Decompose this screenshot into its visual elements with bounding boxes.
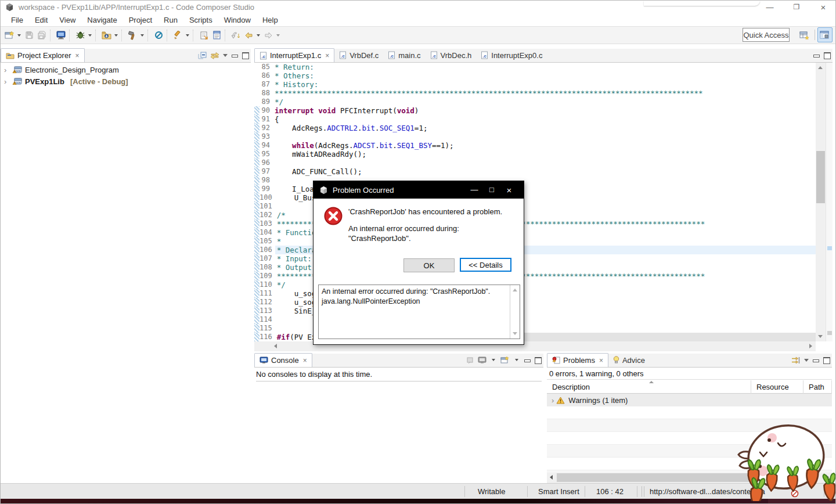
forward-dropdown-caret[interactable] [276, 34, 280, 37]
editor-tab-interruptexp0.c[interactable]: .cInterruptExp0.c [476, 48, 547, 62]
menu-scripts[interactable]: Scripts [183, 15, 218, 26]
clean-icon[interactable] [152, 28, 165, 42]
open-element-icon[interactable] [197, 28, 210, 42]
quick-access-button[interactable]: Quick Access [743, 28, 790, 42]
maximize-editor-icon[interactable] [823, 52, 830, 58]
code-line-92[interactable]: 92 AdcRegs.ADCTRL2.bit.SOC_SEQ1=1; [254, 124, 833, 132]
column-header-description[interactable]: Description [547, 380, 751, 394]
code-line-91[interactable]: 91{ [254, 115, 833, 124]
back-dropdown-caret[interactable] [257, 34, 260, 37]
close-icon[interactable]: × [75, 52, 79, 60]
code-line-90[interactable]: 90interrupt void PFCInterrupt(void) [254, 106, 833, 115]
code-line-96[interactable]: 96 [254, 159, 833, 167]
import-dropdown-caret[interactable] [114, 34, 118, 37]
dialog-details-text[interactable]: An internal error occurred during: "Cras… [318, 285, 520, 339]
minimize-editor-icon[interactable] [813, 52, 820, 58]
code-line-95[interactable]: 95 mWaitADReadRdy(); [254, 150, 833, 159]
close-icon[interactable]: × [303, 357, 307, 365]
minimize-view-icon[interactable] [812, 357, 819, 363]
open-console-caret[interactable] [515, 359, 518, 361]
code-line-93[interactable]: 93 [254, 132, 833, 141]
code-line-94[interactable]: 94 while(AdcRegs.ADCST.bit.SEQ1_BSY==1); [254, 141, 833, 150]
project-tree: ›ccsElectronic_Design_Program›ccsPVExp1L… [1, 64, 251, 87]
debug-dropdown-caret[interactable] [88, 34, 92, 37]
view-menu-icon[interactable] [223, 54, 228, 57]
menu-view[interactable]: View [53, 15, 81, 26]
ccs-edit-perspective-icon[interactable] [817, 27, 833, 42]
dialog-title-bar[interactable]: Problem Occurred — □ × [314, 181, 524, 199]
details-scrollbar[interactable] [510, 285, 520, 339]
display-console-icon[interactable] [478, 357, 487, 364]
view-menu-icon[interactable] [804, 359, 809, 362]
window-close-button[interactable]: × [810, 1, 836, 13]
expand-chevron-icon[interactable]: › [547, 396, 556, 405]
save-all-icon[interactable] [35, 28, 48, 42]
dialog-maximize-button[interactable]: □ [483, 185, 500, 195]
editor-tab-interruptexp1.c[interactable]: .cInterruptExp1.c× [254, 48, 334, 62]
close-icon[interactable]: × [325, 52, 329, 60]
pin-console-icon[interactable] [466, 357, 474, 364]
collapse-all-icon[interactable] [198, 52, 207, 59]
import-folder-icon[interactable] [100, 28, 113, 42]
column-header-resource[interactable]: Resource [751, 380, 803, 394]
save-icon[interactable] [23, 28, 35, 42]
dialog-minimize-button[interactable]: — [466, 185, 483, 195]
code-line-89[interactable]: 89*/ [254, 98, 833, 106]
last-edit-arrow-icon[interactable] [229, 28, 242, 42]
build-hammer-icon[interactable] [126, 28, 139, 42]
menu-edit[interactable]: Edit [29, 15, 53, 26]
ok-button[interactable]: OK [403, 258, 455, 272]
pencil-dropdown-caret[interactable] [186, 34, 189, 37]
code-line-86[interactable]: 86* Others: [254, 71, 833, 80]
menu-project[interactable]: Project [123, 15, 158, 26]
debug-bug-icon[interactable] [74, 28, 87, 42]
back-arrow-icon[interactable] [242, 28, 255, 42]
tab-console[interactable]: Console × [254, 353, 312, 367]
window-minimize-button[interactable]: — [756, 1, 783, 13]
problems-row-warnings-group[interactable]: ›Warnings (1 item) [547, 394, 832, 406]
tab-project-explorer[interactable]: Project Explorer × [1, 48, 85, 62]
minimize-view-icon[interactable] [524, 357, 531, 363]
dialog-close-button[interactable]: × [500, 185, 518, 195]
tree-item-pvexp1lib[interactable]: ›ccsPVExp1Lib[Active - Debug] [1, 75, 251, 87]
maximize-view-icon[interactable] [534, 357, 541, 363]
maximize-view-icon[interactable] [242, 52, 248, 58]
new-dropdown-caret[interactable] [17, 34, 21, 37]
details-button[interactable]: << Details [460, 258, 511, 272]
code-line-88[interactable]: 88**************************************… [254, 89, 833, 98]
tree-item-electronic_design_program[interactable]: ›ccsElectronic_Design_Program [1, 64, 251, 75]
menu-file[interactable]: File [5, 15, 29, 26]
display-console-caret[interactable] [492, 359, 495, 361]
build-dropdown-caret[interactable] [140, 34, 144, 37]
code-line-87[interactable]: 87* History: [254, 80, 833, 89]
tab-problems[interactable]: Problems × [547, 353, 608, 367]
line-number: 91 [260, 115, 272, 124]
menu-window[interactable]: Window [218, 15, 257, 26]
forward-arrow-icon[interactable] [262, 28, 275, 42]
minimize-view-icon[interactable] [231, 52, 238, 58]
new-file-icon[interactable] [3, 28, 16, 42]
pencil-icon[interactable] [171, 28, 184, 42]
expand-chevron-icon[interactable]: › [4, 77, 10, 86]
menu-help[interactable]: Help [257, 15, 284, 26]
editor-tab-vrbdec.h[interactable]: .cVrbDec.h [426, 48, 477, 62]
code-line-97[interactable]: 97 ADC_FUNC_Call(); [254, 167, 833, 176]
window-restore-button[interactable]: ❐ [783, 1, 810, 13]
expand-chevron-icon[interactable]: › [4, 66, 10, 74]
link-with-editor-icon[interactable] [210, 52, 219, 59]
open-console-icon[interactable] [500, 356, 510, 364]
quickdiff-bar [254, 167, 260, 176]
editor-tab-vrbdef.c[interactable]: .cVrbDef.c [334, 48, 383, 62]
menu-run[interactable]: Run [158, 15, 183, 26]
maximize-view-icon[interactable] [823, 357, 830, 363]
open-perspective-icon[interactable] [797, 27, 812, 42]
target-monitor-icon[interactable] [55, 28, 67, 42]
column-header-path[interactable]: Path [803, 380, 832, 394]
tab-advice[interactable]: Advice [608, 353, 650, 367]
filter-icon[interactable] [791, 357, 801, 364]
open-resource-icon[interactable] [210, 28, 223, 42]
code-line-85[interactable]: 85* Return: [254, 63, 833, 71]
editor-tab-main.c[interactable]: .cmain.c [383, 48, 425, 62]
close-icon[interactable]: × [599, 357, 603, 365]
menu-navigate[interactable]: Navigate [81, 15, 122, 26]
